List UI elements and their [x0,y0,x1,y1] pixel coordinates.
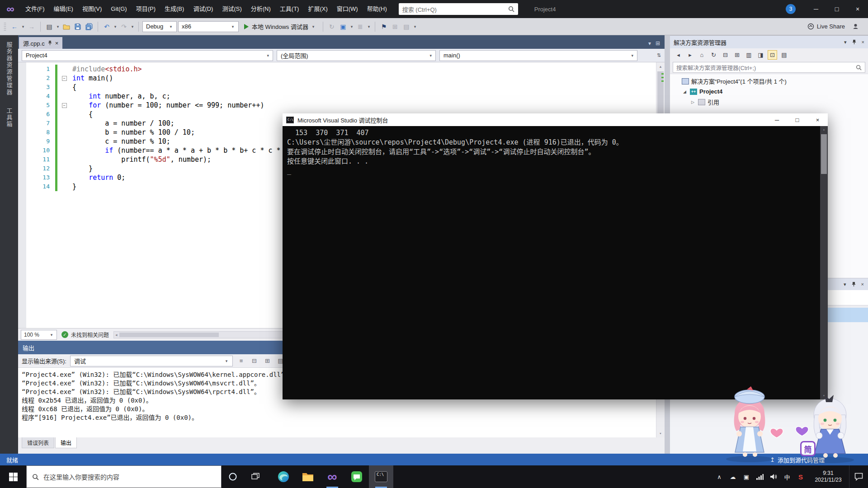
solution-explorer-tool-icon[interactable]: ◂ [674,50,683,60]
tool-window-tab[interactable]: 工具箱 [5,108,14,128]
start-debugging-button[interactable]: 本地 Windows 调试器 ▾ [240,21,319,33]
active-files-dropdown-icon[interactable]: ▾ [648,40,651,47]
fold-margin[interactable] [59,128,70,137]
window-position-dropdown-icon[interactable]: ▾ [844,39,847,45]
taskbar-clock[interactable]: 9:31 2021/11/23 [807,470,849,483]
window-position-dropdown-icon[interactable]: ▾ [844,282,846,287]
code-line[interactable]: 4 int number, a, b, c; [18,92,656,101]
solution-explorer-tool-icon[interactable]: ⊡ [768,50,777,60]
scrollbar-thumb[interactable] [119,333,219,337]
menu-item[interactable]: 编辑(E) [49,0,78,18]
console-scrollbar[interactable]: ▴ ▾ [820,126,828,399]
menu-item[interactable]: 文件(F) [21,0,49,18]
tree-expander-icon[interactable]: ◢ [682,89,688,94]
redo-dropdown-icon[interactable]: ▾ [130,24,135,29]
fold-margin[interactable] [59,146,70,155]
fold-margin[interactable] [59,182,70,191]
document-tab[interactable]: 源.cpp.c × [19,37,62,49]
split-editor-icon[interactable]: ⇅ [657,52,661,58]
menu-item[interactable]: 扩展(X) [303,0,332,18]
output-tool-icon[interactable]: ⊞ [263,356,272,366]
solution-explorer-tool-icon[interactable]: ⌂ [697,50,707,60]
fold-margin[interactable] [59,164,70,173]
collapse-icon[interactable]: − [62,103,67,108]
nav-project-dropdown[interactable]: Project4 ▾ [22,50,273,61]
code-line[interactable]: 3{ [18,83,656,92]
output-source-dropdown[interactable]: 调试 ▾ [70,356,233,366]
nav-member-dropdown[interactable]: main() ▾ [439,50,637,61]
solution-configuration-dropdown[interactable]: Debug ▾ [142,21,177,32]
menu-item[interactable]: 分析(N) [246,0,275,18]
fold-margin[interactable] [59,83,70,92]
code-line[interactable]: 1#include<stdio.h> [18,65,656,74]
comment-block-icon[interactable]: ▤ [401,21,411,32]
scroll-up-icon[interactable]: ▴ [656,62,665,70]
navigate-back-icon[interactable]: ← [9,21,19,32]
tree-expander-icon[interactable]: ▷ [690,100,696,104]
menu-item[interactable]: 帮助(H) [363,0,392,18]
navigate-forward-icon[interactable]: → [27,21,37,32]
console-output[interactable]: 153 370 371 407C:\Users\尘世闲游\source\repo… [283,126,828,399]
save-all-icon[interactable] [84,21,94,32]
menu-item[interactable]: 工具(T) [275,0,304,18]
navigate-back-dropdown-icon[interactable]: ▾ [21,24,25,29]
tree-item[interactable]: ▷引用 [670,97,868,107]
taskbar-app-console[interactable]: C:\ [369,465,393,488]
account-badge[interactable]: 3 [786,4,796,14]
console-title-bar[interactable]: C:\ Microsoft Visual Studio 调试控制台 ─ □ × [283,113,828,126]
solution-explorer-tool-icon[interactable]: ↻ [709,50,718,60]
screenshot-tool-icon[interactable]: ▣ [338,21,348,32]
hot-reload-icon[interactable]: ↻ [327,21,337,32]
pin-icon[interactable] [852,282,856,287]
menu-item[interactable]: 视图(V) [78,0,106,18]
redo-icon[interactable]: ↷ [119,21,129,32]
feedback-person-icon[interactable] [852,23,859,30]
maximize-button[interactable]: □ [787,113,807,126]
close-tab-icon[interactable]: × [55,40,59,47]
volume-icon[interactable] [767,465,780,488]
code-line[interactable]: 2−int main() [18,74,656,83]
document-health-indicator[interactable]: ✓ 未找到相关问题 [61,331,109,338]
float-window-icon[interactable]: ⊞ [656,40,660,47]
undo-dropdown-icon[interactable]: ▾ [113,24,118,29]
tree-item[interactable]: 解决方案“Project4”(1 个项目/共 1 个) [670,76,868,86]
tray-chevron-up-icon[interactable]: ∧ [712,465,726,488]
new-file-icon[interactable]: ▤ [44,21,54,32]
minimize-button[interactable]: ─ [767,113,787,126]
panel-tab[interactable]: 错误列表 [22,437,54,448]
bookmark-icon[interactable]: ⚑ [379,21,389,32]
task-view-button[interactable] [244,465,267,488]
fold-margin[interactable] [59,119,70,128]
close-button[interactable]: × [847,0,868,18]
menu-item[interactable]: 生成(B) [160,0,189,18]
scroll-down-icon[interactable]: ▾ [656,429,665,437]
menu-item[interactable]: Git(G) [106,0,131,18]
solution-explorer-tool-icon[interactable]: ▥ [744,50,754,60]
output-tool-icon[interactable]: ≡ [236,356,246,366]
cortana-button[interactable] [222,465,244,488]
taskbar-search-input[interactable]: 在这里输入你要搜索的内容 [26,465,222,488]
scrollbar-thumb[interactable] [821,134,827,174]
fold-margin[interactable] [59,92,70,101]
tool-window-tab[interactable]: 服务器资源管理器 [5,42,14,96]
scroll-left-icon[interactable]: ◂ [115,333,118,337]
toggle-indent-icon[interactable]: ⊞ [390,21,400,32]
taskbar-app-visual-studio[interactable]: ∞ [320,465,344,488]
undo-icon[interactable]: ↶ [102,21,112,32]
code-line[interactable]: 5− for (number = 100; number <= 999; num… [18,101,656,110]
solution-explorer-tool-icon[interactable]: ⊟ [721,50,730,60]
new-file-dropdown-icon[interactable]: ▾ [56,24,60,29]
collapse-icon[interactable]: − [62,76,67,81]
debug-console-window[interactable]: C:\ Microsoft Visual Studio 调试控制台 ─ □ × … [283,113,828,399]
solution-platform-dropdown[interactable]: x86 ▾ [178,21,239,32]
pin-icon[interactable] [48,40,52,46]
solution-explorer-tool-icon[interactable]: ⊞ [732,50,742,60]
menu-item[interactable]: 项目(P) [132,0,160,18]
chevron-down-icon[interactable]: ▾ [367,24,371,29]
taskbar-app-chat[interactable] [344,465,369,488]
solution-explorer-header[interactable]: 解决方案资源管理器 ▾ × [670,36,868,48]
taskbar-app-edge[interactable] [271,465,296,488]
open-file-icon[interactable] [61,21,71,32]
quick-search-box[interactable]: 搜索 (Ctrl+Q) [399,3,518,15]
fold-margin[interactable] [59,65,70,74]
